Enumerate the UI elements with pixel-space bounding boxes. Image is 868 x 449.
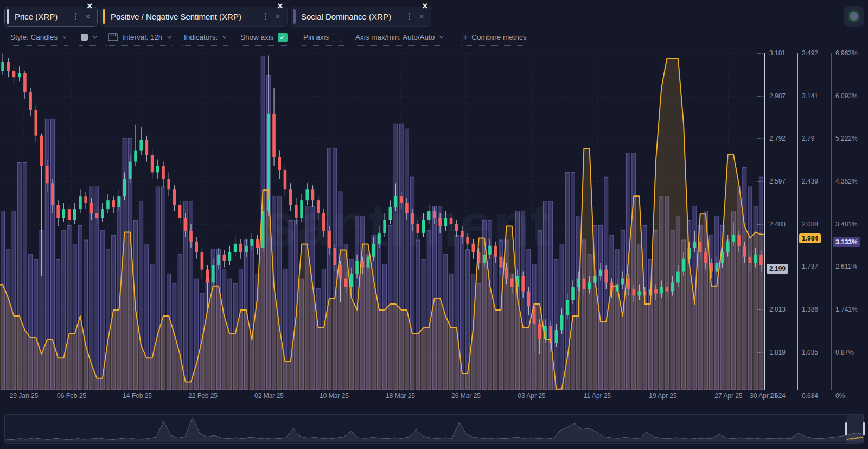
axis-tick-label: 1.741%: [835, 306, 858, 313]
style-selector[interactable]: Style: Candles: [9, 32, 68, 46]
axis-line-dominance[interactable]: [831, 53, 832, 390]
axis-maxmin-label: Axis max/min: Auto/Auto: [355, 33, 435, 41]
axis-tick-label: 2.987: [769, 92, 786, 100]
show-axis-label: Show axis: [240, 33, 274, 41]
axis-tick-mark: [757, 224, 763, 225]
metric-tab-0[interactable]: Price (XRP)×: [4, 7, 98, 27]
axis-tick-mark: [757, 267, 763, 267]
chevron-down-icon: [93, 34, 98, 39]
date-tick-label: 29 Jan 25: [10, 392, 39, 400]
chevron-down-icon: [167, 34, 172, 39]
navigator-selection[interactable]: [846, 415, 864, 443]
date-tick-label: 10 Mar 25: [320, 392, 349, 400]
axis-tick-label: 2.013: [769, 306, 786, 313]
axis-maxmin-selector[interactable]: Axis max/min: Auto/Auto: [354, 32, 445, 46]
color-swatch-selector[interactable]: [79, 32, 98, 46]
axis-tick-label: 0.87%: [835, 349, 854, 356]
axis-tick-label: 1.819: [769, 349, 786, 356]
date-tick-label: 22 Feb 25: [188, 392, 218, 400]
style-label: Style: Candles: [10, 33, 58, 41]
metric-tab-label: Positive / Negative Sentiment (XRP): [111, 12, 241, 21]
current-value-badge-sentiment: 1.984: [799, 233, 821, 243]
chevron-down-icon: [439, 34, 444, 39]
chart-navigator[interactable]: [4, 414, 864, 444]
kebab-menu-icon[interactable]: [265, 16, 266, 17]
metric-accent-bar: [293, 9, 296, 24]
axis-tick-mark: [757, 181, 763, 182]
axis-tick-label: 5.222%: [835, 135, 858, 142]
close-icon[interactable]: ×: [419, 12, 424, 21]
date-tick-label: 03 Apr 25: [518, 392, 545, 400]
avatar-icon: [847, 10, 860, 23]
date-tick-label: 27 Apr 25: [714, 392, 742, 400]
indicators-label: Indicators:: [184, 33, 218, 41]
axis-tick-label: 0.684: [802, 392, 818, 400]
plus-icon: +: [463, 33, 468, 42]
axis-tick-mark: [757, 352, 763, 353]
date-tick-label: 14 Feb 25: [123, 392, 152, 400]
date-tick-label: 30 Apr 25: [750, 392, 777, 400]
axis-tick-label: 4.352%: [835, 178, 858, 185]
axis-line-price[interactable]: [764, 53, 765, 390]
metric-tab-1[interactable]: Positive / Negative Sentiment (XRP)×: [100, 7, 288, 27]
axis-tick-label: 1.737: [802, 263, 818, 270]
combine-metrics-label: Combine metrics: [471, 33, 526, 41]
axis-tick-label: 2.403: [769, 220, 786, 228]
axis-tick-mark: [757, 138, 763, 139]
axis-tick-label: 2.088: [802, 220, 818, 228]
indicators-selector[interactable]: Indicators:: [182, 32, 228, 46]
metric-tab-label: Price (XRP): [15, 12, 58, 21]
axis-tick-mark: [757, 390, 763, 390]
metric-accent-bar: [7, 9, 9, 24]
interval-selector[interactable]: Interval: 12h: [106, 32, 173, 46]
axis-tick-mark: [757, 53, 763, 54]
axis-tick-mark: [757, 309, 763, 310]
axis-tick-label: 3.492: [802, 49, 818, 57]
axis-tick-label: 1.035: [802, 349, 818, 356]
current-value-badge-dominance: 3.133%: [833, 237, 860, 247]
color-swatch: [81, 34, 88, 41]
chart-app: Price (XRP)××Positive / Negative Sentime…: [0, 0, 868, 449]
kebab-menu-icon[interactable]: [75, 16, 76, 17]
date-tick-label: 26 Mar 25: [451, 392, 481, 400]
axis-tick-label: 6.963%: [835, 49, 858, 57]
axis-tick-label: 2.792: [769, 135, 786, 142]
tab-top-close-icon[interactable]: ×: [277, 1, 283, 11]
chevron-down-icon: [62, 34, 67, 39]
metric-tab-2[interactable]: Social Dominance (XRP)×: [291, 7, 431, 27]
navigator-handle-left[interactable]: [845, 422, 847, 435]
date-tick-label: 11 Apr 25: [584, 392, 611, 400]
metric-accent-bar: [103, 9, 105, 24]
close-icon[interactable]: ×: [275, 12, 280, 21]
axis-tick-label: 3.181: [769, 49, 786, 57]
axis-tick-label: 2.611%: [835, 263, 857, 270]
axis-tick-label: 2.79: [802, 135, 814, 142]
axis-tick-label: 2.597: [769, 178, 786, 185]
tab-top-close-icon[interactable]: ×: [87, 1, 93, 11]
pin-axis-toggle[interactable]: Pin axis: [302, 32, 344, 46]
pin-axis-checkbox[interactable]: [333, 33, 342, 42]
axis-tick-label: 3.141: [802, 92, 818, 100]
metric-tab-label: Social Dominance (XRP): [301, 12, 391, 21]
kebab-menu-icon[interactable]: [409, 16, 410, 17]
axis-tick-label: 6.092%: [835, 92, 858, 100]
main-chart[interactable]: santiment: [0, 46, 764, 390]
date-tick-label: 06 Feb 25: [57, 392, 86, 400]
navigator-chart: [5, 415, 863, 443]
interval-label: Interval: 12h: [122, 33, 162, 41]
pin-axis-label: Pin axis: [303, 33, 329, 41]
axis-tick-mark: [757, 96, 763, 97]
show-axis-toggle[interactable]: Show axis ✓: [239, 32, 289, 46]
show-axis-checkbox[interactable]: ✓: [278, 33, 288, 42]
combine-metrics-button[interactable]: + Combine metrics: [461, 32, 528, 46]
close-icon[interactable]: ×: [85, 12, 91, 21]
tab-top-close-icon[interactable]: ×: [422, 1, 428, 11]
current-value-badge-price: 2.199: [767, 264, 788, 274]
account-button[interactable]: [844, 6, 864, 27]
axis-tick-label: 3.481%: [835, 220, 858, 228]
navigator-handle-right[interactable]: [863, 422, 865, 435]
date-tick-label: 02 Mar 25: [254, 392, 284, 400]
axis-line-sentiment[interactable]: [797, 53, 798, 390]
date-tick-label: 19 Apr 25: [649, 392, 676, 400]
chevron-down-icon: [222, 34, 227, 39]
